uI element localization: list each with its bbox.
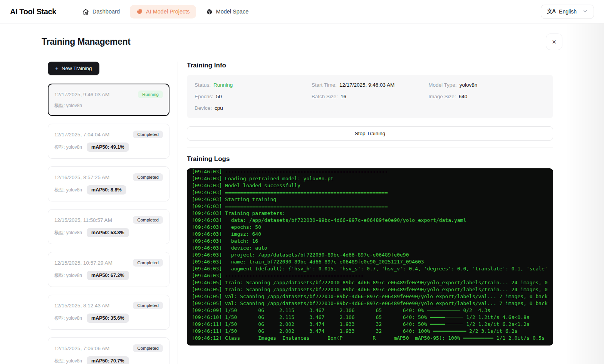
training-management-page: Training Management × + New Training 12/… [0, 23, 604, 364]
run-map50-badge: mAP50: 35.6% [87, 314, 129, 323]
nav-item-label: Model Space [216, 8, 249, 15]
info-field-model-type: Model Type: yolov8n [428, 82, 545, 88]
nav-items: Dashboard AI Model Projects Model Space [76, 5, 255, 18]
log-line: [09:46:03] batch: 16 [192, 238, 548, 245]
log-line: [09:46:03] =============================… [192, 203, 548, 210]
nav-item-model-space[interactable]: Model Space [200, 5, 255, 18]
run-model-label: 模型: yolov8n [54, 230, 82, 236]
log-line: [09:46:03] device: auto [192, 245, 548, 252]
info-label: Start Time: [312, 82, 337, 88]
run-model-label: 模型: yolov8n [54, 187, 82, 193]
run-status-badge: Completed [133, 216, 163, 224]
run-list: 12/17/2025, 9:46:03 AM Running 模型: yolov… [48, 84, 169, 364]
run-model-label: 模型: yolov8n [54, 144, 82, 151]
log-line: [09:46:03] project: /app/datasets/bf7220… [192, 252, 548, 258]
log-line: [09:46:03] Loading pretrained model: yol… [192, 175, 548, 182]
training-run-card[interactable]: 12/16/2025, 8:57:25 AM Completed 模型: yol… [48, 166, 169, 201]
info-field-status: Status: Running [195, 82, 312, 88]
log-line: [09:46:03] imgsz: 640 [192, 231, 548, 238]
run-date: 12/17/2025, 9:46:03 AM [54, 92, 109, 97]
training-run-card[interactable]: 12/15/2025, 8:12:43 AM Completed 模型: yol… [48, 295, 169, 330]
run-status-badge: Completed [133, 302, 163, 309]
log-line: [09:46:03] Starting training [192, 196, 548, 203]
training-detail-panel: Training Info Status: Running Start Time… [178, 62, 562, 364]
log-line: [09:46:03] -----------------------------… [192, 168, 548, 175]
log-line: [09:46:03] -----------------------------… [192, 272, 548, 279]
log-line: [09:46:05] train: Scanning /app/datasets… [192, 286, 548, 293]
run-model-label: 模型: yolov8n [54, 102, 82, 109]
home-icon [82, 8, 89, 15]
cube-icon [206, 8, 213, 15]
run-date: 12/15/2025, 11:58:57 AM [54, 217, 112, 223]
info-label: Image Size: [428, 94, 456, 99]
model-type-value: yolov8n [460, 82, 478, 88]
new-training-label: New Training [62, 65, 92, 71]
top-nav: AI Tool Stack Dashboard AI Model Project… [0, 0, 604, 23]
status-value: Running [213, 82, 233, 88]
log-line: [09:46:03] Model loaded successfully [192, 182, 548, 189]
log-line: [09:46:05] val: Scanning /app/datasets/b… [192, 293, 548, 300]
info-label: Epochs: [195, 94, 213, 99]
batch-size-value: 16 [341, 94, 346, 99]
language-label: English [559, 8, 577, 15]
run-date: 12/17/2025, 7:04:04 AM [54, 132, 109, 138]
tag-icon [136, 8, 143, 15]
run-status-badge: Completed [133, 173, 163, 181]
log-line: [09:46:11] 1/50 0G 2.002 3.474 1.933 32 … [192, 321, 548, 328]
run-status-badge: Completed [133, 344, 163, 352]
training-run-card[interactable]: 12/15/2025, 10:57:29 AM Completed 模型: yo… [48, 252, 169, 287]
log-line: [09:46:12] Class Images Instances Box(P … [192, 335, 548, 342]
nav-item-ai-model-projects[interactable]: AI Model Projects [130, 5, 196, 18]
run-date: 12/15/2025, 10:57:29 AM [54, 260, 112, 266]
info-label: Device: [195, 105, 212, 111]
log-line: [09:46:03] data: /app/datasets/bf722030-… [192, 217, 548, 224]
page-title: Training Management [42, 34, 131, 47]
run-map50-badge: mAP50: 70.7% [87, 356, 129, 364]
training-info-panel: Status: Running Start Time: 12/17/2025, … [187, 75, 553, 118]
run-map50-badge: mAP50: 67.2% [87, 271, 129, 280]
nav-item-label: AI Model Projects [146, 8, 190, 15]
stop-training-button[interactable]: Stop Training [187, 126, 553, 141]
translate-icon: 文A [547, 8, 555, 15]
info-label: Status: [195, 82, 211, 88]
run-date: 12/16/2025, 8:57:25 AM [54, 174, 109, 180]
training-info-heading: Training Info [187, 62, 553, 69]
log-line: [09:46:03] augment (default): {'hsv_h': … [192, 265, 548, 272]
language-selector[interactable]: 文A English [541, 5, 594, 19]
run-date: 12/15/2025, 7:06:06 AM [54, 346, 109, 351]
info-field-epochs: Epochs: 50 [195, 94, 312, 99]
log-line: [09:46:05] train: Scanning /app/datasets… [192, 279, 548, 286]
main-content: + New Training 12/17/2025, 9:46:03 AM Ru… [42, 62, 562, 364]
training-log-console[interactable]: [09:46:03] -----------------------------… [187, 168, 553, 346]
run-map50-badge: mAP50: 49.1% [87, 143, 129, 152]
nav-item-label: Dashboard [92, 8, 120, 15]
training-run-sidebar: + New Training 12/17/2025, 9:46:03 AM Ru… [48, 62, 178, 364]
log-line: [09:46:10] 1/50 0G 2.115 3.467 2.106 65 … [192, 314, 548, 321]
close-button[interactable]: × [546, 34, 562, 50]
new-training-button[interactable]: + New Training [48, 62, 99, 75]
info-field-device: Device: cpu [195, 105, 312, 111]
training-run-card[interactable]: 12/15/2025, 11:58:57 AM Completed 模型: yo… [48, 209, 169, 244]
log-line: [09:46:11] 1/50 0G 2.002 3.474 1.933 32 … [192, 328, 548, 335]
app-brand: AI Tool Stack [10, 7, 56, 16]
log-line: [09:46:03] name: train_bf722030-89bc-4d6… [192, 258, 548, 265]
plus-icon: + [55, 65, 59, 72]
log-line: [09:46:09] 1/50 0G 2.115 3.467 2.106 65 … [192, 307, 548, 314]
run-map50-badge: mAP50: 53.8% [87, 228, 129, 237]
chevron-down-icon [582, 8, 588, 15]
run-model-label: 模型: yolov8n [54, 272, 82, 279]
log-line: [09:46:03] =============================… [192, 189, 548, 196]
log-line: [09:46:03] epochs: 50 [192, 224, 548, 231]
log-line: [09:46:05] val: Scanning /app/datasets/b… [192, 300, 548, 307]
training-run-card[interactable]: 12/15/2025, 7:06:06 AM Completed 模型: yol… [48, 337, 169, 364]
training-logs-heading: Training Logs [187, 155, 553, 163]
image-size-value: 640 [459, 94, 468, 99]
run-date: 12/15/2025, 8:12:43 AM [54, 303, 109, 309]
page-header: Training Management × [42, 34, 562, 50]
info-label: Model Type: [428, 82, 456, 88]
nav-item-dashboard[interactable]: Dashboard [76, 5, 126, 18]
run-model-label: 模型: yolov8n [54, 315, 82, 322]
log-line: [09:46:03] Training parameters: [192, 210, 548, 217]
training-run-card[interactable]: 12/17/2025, 7:04:04 AM Completed 模型: yol… [48, 124, 169, 159]
training-run-card[interactable]: 12/17/2025, 9:46:03 AM Running 模型: yolov… [48, 84, 169, 116]
